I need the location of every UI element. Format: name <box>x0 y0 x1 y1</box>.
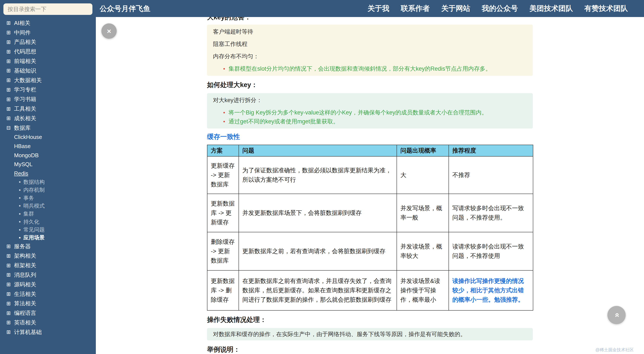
bullet-icon: ● <box>19 228 21 231</box>
sidebar-item-programming-language[interactable]: ⊞编程语言 <box>0 308 96 318</box>
sidebar-item-sentinel-mode[interactable]: ●哨兵模式 <box>0 202 96 210</box>
expand-icon[interactable]: ⊞ <box>6 68 12 73</box>
expand-icon[interactable]: ⊞ <box>6 97 12 102</box>
bullet-icon: ● <box>19 212 21 216</box>
sidebar-item-frontend[interactable]: ⊞前端相关 <box>0 56 96 66</box>
sidebar-item-label: HBase <box>14 143 31 150</box>
bullet-dot-icon: • <box>223 109 225 116</box>
quote-line: 对数据库和缓存的操作，在实际生产中，由于网络抖动、服务下线等等原因，操作是有可能… <box>213 331 527 338</box>
sidebar-item-data-structure[interactable]: ●数据结构 <box>0 178 96 186</box>
expand-icon[interactable]: ⊞ <box>6 78 12 83</box>
bullet-text: 将一个Big Key拆分为多个key-value这样的小Key，并确保每个key… <box>228 109 487 116</box>
sidebar-item-english[interactable]: ⊞英语相关 <box>0 318 96 328</box>
table-cell: 大 <box>397 156 449 194</box>
expand-icon[interactable]: ⊞ <box>6 59 12 64</box>
sidebar-item-server[interactable]: ⊞服务器 <box>0 242 96 251</box>
table-cell: 在更新数据库之前有查询请求，并且缓存失效了，会查询数据库，然后更新缓存。如果在查… <box>239 270 397 310</box>
expand-icon[interactable]: ⊞ <box>6 330 12 335</box>
toc-search-input[interactable] <box>4 3 92 15</box>
sidebar-item-bigdata[interactable]: ⊞大数据相关 <box>0 75 96 85</box>
sidebar-item-label: 持久化 <box>24 218 40 225</box>
sidebar-item-mongodb[interactable]: MongoDB <box>0 151 96 160</box>
sidebar-item-redis[interactable]: Redis <box>0 169 96 178</box>
sidebar-item-label: 基础知识 <box>14 67 36 74</box>
sidebar-item-study-books[interactable]: ⊞学习书籍 <box>0 94 96 104</box>
table-cell: 并发更新数据库场景下，会将脏数据刷到缓存 <box>239 194 397 232</box>
expand-icon[interactable]: ⊞ <box>6 282 12 287</box>
back-to-top-button[interactable]: » <box>607 306 626 324</box>
nav-about-me[interactable]: 关于我 <box>368 3 389 13</box>
sidebar-item-basics[interactable]: ⊞基础知识 <box>0 66 96 75</box>
table-cell: 并发读场景，概率较大 <box>397 232 449 270</box>
expand-icon[interactable]: ⊞ <box>6 272 12 277</box>
sidebar-item-label: 应用场景 <box>24 234 45 241</box>
bullet-item: •通过get不同的key或者使用mget批量获取。 <box>223 118 527 125</box>
sidebar-item-algorithm[interactable]: ⊞算法相关 <box>0 299 96 308</box>
sidebar-item-database[interactable]: ⊟数据库 <box>0 123 96 133</box>
bullet-dot-icon: • <box>223 65 225 72</box>
sidebar-item-transaction[interactable]: ●事务 <box>0 194 96 202</box>
sidebar-item-computer-basics[interactable]: ⊞计算机基础 <box>0 328 96 337</box>
sidebar-item-mysql[interactable]: MySQL <box>0 160 96 169</box>
top-nav: 关于我 联系作者 关于网站 我的公众号 美团技术团队 有赞技术团队 <box>368 0 628 17</box>
expand-icon[interactable]: ⊞ <box>6 253 12 259</box>
expand-icon[interactable]: ⊞ <box>6 244 12 249</box>
expand-icon[interactable]: ⊞ <box>6 20 12 25</box>
expand-icon[interactable]: ⊞ <box>6 320 12 325</box>
bullet-list: •将一个Big Key拆分为多个key-value这样的小Key，并确保每个ke… <box>213 109 527 125</box>
sidebar-item-label: 工具相关 <box>14 105 36 112</box>
sidebar-item-growth[interactable]: ⊞成长相关 <box>0 114 96 123</box>
sidebar-item-memory-mechanism[interactable]: ●内存机制 <box>0 186 96 194</box>
sidebar-item-middleware[interactable]: ⊞中间件 <box>0 28 96 37</box>
sidebar-close-button[interactable]: × <box>101 23 117 39</box>
sidebar-item-application-scenarios[interactable]: ●应用场景 <box>0 234 96 242</box>
nav-my-wechat[interactable]: 我的公众号 <box>482 3 518 13</box>
nav-youzan-tech[interactable]: 有赞技术团队 <box>584 3 628 13</box>
expand-icon[interactable]: ⊞ <box>6 30 12 35</box>
sidebar-item-label: 前端相关 <box>14 57 36 65</box>
expand-icon[interactable]: ⊞ <box>6 106 12 111</box>
expand-icon[interactable]: ⊞ <box>6 116 12 121</box>
nav-meituan-tech[interactable]: 美团技术团队 <box>530 3 573 13</box>
nav-about-site[interactable]: 关于网站 <box>441 3 470 13</box>
expand-icon[interactable]: ⊞ <box>6 263 12 268</box>
expand-icon[interactable]: ⊞ <box>6 292 12 297</box>
sidebar-item-cluster[interactable]: ●集群 <box>0 210 96 218</box>
sidebar-item-life[interactable]: ⊞生活相关 <box>0 289 96 299</box>
sidebar-item-framework[interactable]: ⊞框架相关 <box>0 261 96 270</box>
sidebar-item-label: 生活相关 <box>14 290 36 298</box>
table-header-cell: 推荐程度 <box>449 145 533 156</box>
sidebar-item-architecture[interactable]: ⊞架构相关 <box>0 251 96 261</box>
sidebar-item-ai[interactable]: ⊞AI相关 <box>0 18 96 28</box>
expand-icon[interactable]: ⊞ <box>6 49 12 54</box>
table-row: 删除缓存 -> 更新数据库 更新数据库之前，若有查询请求，会将脏数据刷到缓存 并… <box>207 232 533 270</box>
table-cell: 读请求较多时会出现不一致问题，不推荐使用 <box>449 232 533 270</box>
expand-icon[interactable]: ⊞ <box>6 311 12 316</box>
sidebar-item-tools[interactable]: ⊞工具相关 <box>0 104 96 114</box>
sidebar-item-label: 编程语言 <box>14 309 36 317</box>
sidebar-item-hbase[interactable]: HBase <box>0 142 96 151</box>
sidebar-item-clickhouse[interactable]: ClickHouse <box>0 133 96 142</box>
site-title[interactable]: 公众号月伴飞鱼 <box>100 0 150 17</box>
sidebar-item-product[interactable]: ⊞产品相关 <box>0 37 96 47</box>
sidebar-item-study-column[interactable]: ⊞学习专栏 <box>0 85 96 95</box>
sidebar-tree: ⊞AI相关 ⊞中间件 ⊞产品相关 ⊞代码思想 ⊞前端相关 ⊞基础知识 ⊞大数据相… <box>0 18 96 337</box>
bullet-icon: ● <box>19 180 21 184</box>
expand-icon[interactable]: ⊞ <box>6 87 12 92</box>
sidebar-item-persistence[interactable]: ●持久化 <box>0 218 96 226</box>
quote-bigkey-harm: 客户端超时等待 阻塞工作线程 内存分布不均匀： •集群模型在slot分片均匀的情… <box>207 25 533 76</box>
cache-consistency-link[interactable]: 缓存一致性 <box>207 133 533 141</box>
expand-icon[interactable]: ⊞ <box>6 39 12 45</box>
bullet-icon: ● <box>19 236 21 239</box>
sidebar-item-message-queue[interactable]: ⊞消息队列 <box>0 270 96 280</box>
sidebar-item-label: 学习书籍 <box>14 95 36 103</box>
expand-icon[interactable]: ⊞ <box>6 301 12 306</box>
collapse-icon[interactable]: ⊟ <box>6 125 12 130</box>
sidebar-item-source-code[interactable]: ⊞源码相关 <box>0 280 96 289</box>
sidebar-item-common-problems[interactable]: ●常见问题 <box>0 226 96 234</box>
sidebar-item-label: 事务 <box>24 194 34 201</box>
article: 大key的危害： 客户端超时等待 阻塞工作线程 内存分布不均匀： •集群模型在s… <box>207 17 533 354</box>
sidebar-item-code-thought[interactable]: ⊞代码思想 <box>0 47 96 56</box>
nav-contact-author[interactable]: 联系作者 <box>401 3 430 13</box>
table-cell: 更新数据库 -> 删除缓存 <box>207 270 239 310</box>
